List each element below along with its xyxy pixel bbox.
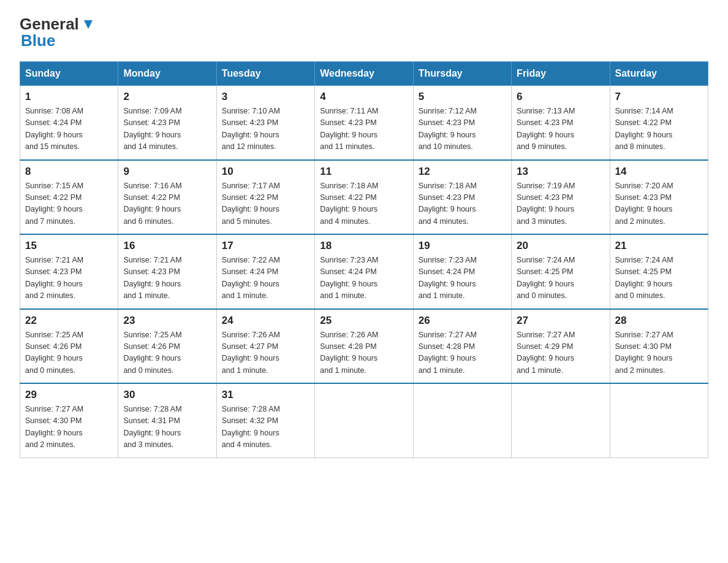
calendar-cell: 22Sunrise: 7:25 AMSunset: 4:26 PMDayligh… xyxy=(20,309,118,384)
day-info: Sunrise: 7:25 AMSunset: 4:26 PMDaylight:… xyxy=(123,329,211,377)
calendar-header-row: SundayMondayTuesdayWednesdayThursdayFrid… xyxy=(20,62,708,86)
calendar-cell: 16Sunrise: 7:21 AMSunset: 4:23 PMDayligh… xyxy=(118,234,216,309)
calendar-cell: 25Sunrise: 7:26 AMSunset: 4:28 PMDayligh… xyxy=(315,309,413,384)
calendar-cell: 29Sunrise: 7:27 AMSunset: 4:30 PMDayligh… xyxy=(20,383,118,458)
day-number: 22 xyxy=(25,315,113,327)
calendar-cell: 17Sunrise: 7:22 AMSunset: 4:24 PMDayligh… xyxy=(216,234,314,309)
calendar-cell: 12Sunrise: 7:18 AMSunset: 4:23 PMDayligh… xyxy=(413,160,511,235)
day-info: Sunrise: 7:28 AMSunset: 4:32 PMDaylight:… xyxy=(222,404,309,451)
calendar-cell: 15Sunrise: 7:21 AMSunset: 4:23 PMDayligh… xyxy=(20,234,118,309)
calendar-week-row: 8Sunrise: 7:15 AMSunset: 4:22 PMDaylight… xyxy=(20,160,708,235)
day-number: 4 xyxy=(320,91,408,103)
day-info: Sunrise: 7:14 AMSunset: 4:22 PMDaylight:… xyxy=(615,105,703,153)
day-number: 6 xyxy=(517,91,604,103)
day-number: 25 xyxy=(320,315,408,327)
col-header-friday: Friday xyxy=(512,62,610,86)
logo-text-blue: Blue xyxy=(21,31,55,50)
day-number: 5 xyxy=(419,91,506,103)
calendar-cell: 26Sunrise: 7:27 AMSunset: 4:28 PMDayligh… xyxy=(413,309,511,384)
day-number: 3 xyxy=(222,91,309,103)
day-info: Sunrise: 7:28 AMSunset: 4:31 PMDaylight:… xyxy=(123,404,211,451)
day-info: Sunrise: 7:23 AMSunset: 4:24 PMDaylight:… xyxy=(320,255,408,302)
calendar-cell: 7Sunrise: 7:14 AMSunset: 4:22 PMDaylight… xyxy=(610,86,708,160)
day-info: Sunrise: 7:08 AMSunset: 4:24 PMDaylight:… xyxy=(25,105,113,153)
calendar-week-row: 1Sunrise: 7:08 AMSunset: 4:24 PMDaylight… xyxy=(20,86,708,160)
day-number: 28 xyxy=(615,315,703,327)
calendar-week-row: 15Sunrise: 7:21 AMSunset: 4:23 PMDayligh… xyxy=(20,234,708,309)
day-info: Sunrise: 7:18 AMSunset: 4:23 PMDaylight:… xyxy=(419,180,506,228)
calendar-cell: 30Sunrise: 7:28 AMSunset: 4:31 PMDayligh… xyxy=(118,383,216,458)
calendar-table: SundayMondayTuesdayWednesdayThursdayFrid… xyxy=(20,61,708,458)
page-header: General Blue xyxy=(20,15,708,50)
svg-marker-0 xyxy=(84,20,93,29)
day-info: Sunrise: 7:11 AMSunset: 4:23 PMDaylight:… xyxy=(320,105,408,153)
col-header-wednesday: Wednesday xyxy=(315,62,413,86)
day-info: Sunrise: 7:19 AMSunset: 4:23 PMDaylight:… xyxy=(517,180,604,228)
col-header-saturday: Saturday xyxy=(610,62,708,86)
calendar-cell: 3Sunrise: 7:10 AMSunset: 4:23 PMDaylight… xyxy=(216,86,314,160)
calendar-cell: 8Sunrise: 7:15 AMSunset: 4:22 PMDaylight… xyxy=(20,160,118,235)
calendar-cell: 13Sunrise: 7:19 AMSunset: 4:23 PMDayligh… xyxy=(512,160,610,235)
day-info: Sunrise: 7:27 AMSunset: 4:30 PMDaylight:… xyxy=(25,404,113,451)
day-info: Sunrise: 7:09 AMSunset: 4:23 PMDaylight:… xyxy=(123,105,211,153)
day-number: 27 xyxy=(517,315,604,327)
calendar-cell: 23Sunrise: 7:25 AMSunset: 4:26 PMDayligh… xyxy=(118,309,216,384)
day-info: Sunrise: 7:17 AMSunset: 4:22 PMDaylight:… xyxy=(222,180,309,228)
day-number: 11 xyxy=(320,166,408,178)
calendar-week-row: 22Sunrise: 7:25 AMSunset: 4:26 PMDayligh… xyxy=(20,309,708,384)
day-number: 2 xyxy=(123,91,211,103)
calendar-week-row: 29Sunrise: 7:27 AMSunset: 4:30 PMDayligh… xyxy=(20,383,708,458)
day-info: Sunrise: 7:18 AMSunset: 4:22 PMDaylight:… xyxy=(320,180,408,228)
logo-triangle-icon xyxy=(80,18,94,31)
day-number: 14 xyxy=(615,166,703,178)
day-number: 19 xyxy=(419,240,506,252)
col-header-tuesday: Tuesday xyxy=(216,62,314,86)
day-number: 21 xyxy=(615,240,703,252)
day-number: 9 xyxy=(123,166,211,178)
logo: General Blue xyxy=(20,15,94,50)
col-header-monday: Monday xyxy=(118,62,216,86)
calendar-cell: 27Sunrise: 7:27 AMSunset: 4:29 PMDayligh… xyxy=(512,309,610,384)
day-number: 18 xyxy=(320,240,408,252)
day-number: 26 xyxy=(419,315,506,327)
calendar-cell xyxy=(512,383,610,458)
day-info: Sunrise: 7:26 AMSunset: 4:27 PMDaylight:… xyxy=(222,329,309,377)
day-number: 7 xyxy=(615,91,703,103)
day-info: Sunrise: 7:10 AMSunset: 4:23 PMDaylight:… xyxy=(222,105,309,153)
calendar-cell: 2Sunrise: 7:09 AMSunset: 4:23 PMDaylight… xyxy=(118,86,216,160)
day-info: Sunrise: 7:22 AMSunset: 4:24 PMDaylight:… xyxy=(222,255,309,302)
day-info: Sunrise: 7:23 AMSunset: 4:24 PMDaylight:… xyxy=(419,255,506,302)
calendar-cell: 19Sunrise: 7:23 AMSunset: 4:24 PMDayligh… xyxy=(413,234,511,309)
calendar-cell: 28Sunrise: 7:27 AMSunset: 4:30 PMDayligh… xyxy=(610,309,708,384)
day-number: 29 xyxy=(25,389,113,401)
day-info: Sunrise: 7:24 AMSunset: 4:25 PMDaylight:… xyxy=(517,255,604,302)
day-number: 8 xyxy=(25,166,113,178)
day-info: Sunrise: 7:16 AMSunset: 4:22 PMDaylight:… xyxy=(123,180,211,228)
day-number: 10 xyxy=(222,166,309,178)
day-info: Sunrise: 7:15 AMSunset: 4:22 PMDaylight:… xyxy=(25,180,113,228)
calendar-cell: 5Sunrise: 7:12 AMSunset: 4:23 PMDaylight… xyxy=(413,86,511,160)
day-number: 1 xyxy=(25,91,113,103)
day-info: Sunrise: 7:21 AMSunset: 4:23 PMDaylight:… xyxy=(25,255,113,302)
day-number: 16 xyxy=(123,240,211,252)
calendar-cell: 14Sunrise: 7:20 AMSunset: 4:23 PMDayligh… xyxy=(610,160,708,235)
day-number: 20 xyxy=(517,240,604,252)
col-header-thursday: Thursday xyxy=(413,62,511,86)
day-info: Sunrise: 7:27 AMSunset: 4:30 PMDaylight:… xyxy=(615,329,703,377)
day-number: 12 xyxy=(419,166,506,178)
day-number: 17 xyxy=(222,240,309,252)
calendar-cell: 18Sunrise: 7:23 AMSunset: 4:24 PMDayligh… xyxy=(315,234,413,309)
calendar-cell: 21Sunrise: 7:24 AMSunset: 4:25 PMDayligh… xyxy=(610,234,708,309)
calendar-cell: 11Sunrise: 7:18 AMSunset: 4:22 PMDayligh… xyxy=(315,160,413,235)
day-number: 31 xyxy=(222,389,309,401)
day-info: Sunrise: 7:25 AMSunset: 4:26 PMDaylight:… xyxy=(25,329,113,377)
calendar-cell: 4Sunrise: 7:11 AMSunset: 4:23 PMDaylight… xyxy=(315,86,413,160)
calendar-cell: 10Sunrise: 7:17 AMSunset: 4:22 PMDayligh… xyxy=(216,160,314,235)
day-info: Sunrise: 7:27 AMSunset: 4:29 PMDaylight:… xyxy=(517,329,604,377)
calendar-cell xyxy=(413,383,511,458)
day-number: 23 xyxy=(123,315,211,327)
day-info: Sunrise: 7:24 AMSunset: 4:25 PMDaylight:… xyxy=(615,255,703,302)
day-info: Sunrise: 7:27 AMSunset: 4:28 PMDaylight:… xyxy=(419,329,506,377)
calendar-cell: 1Sunrise: 7:08 AMSunset: 4:24 PMDaylight… xyxy=(20,86,118,160)
day-info: Sunrise: 7:21 AMSunset: 4:23 PMDaylight:… xyxy=(123,255,211,302)
